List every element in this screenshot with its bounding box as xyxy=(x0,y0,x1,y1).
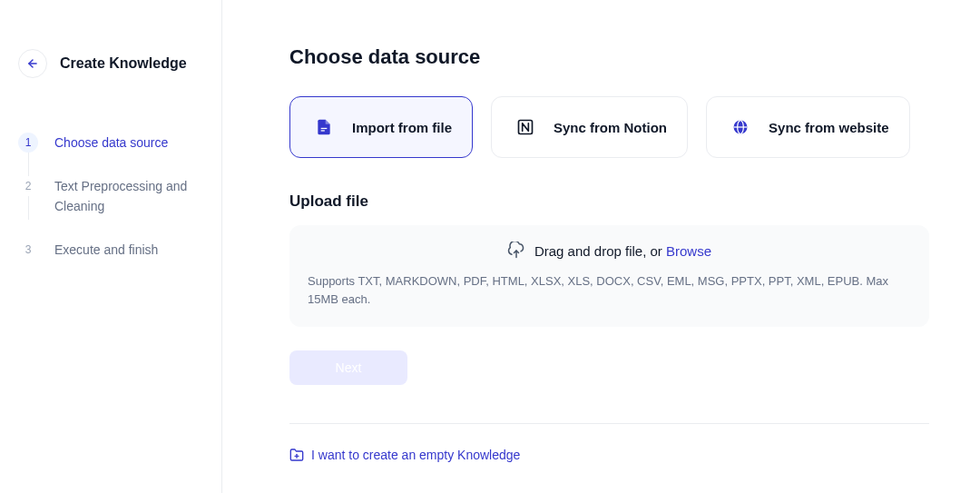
next-button[interactable]: Next xyxy=(289,350,407,385)
step-number: 3 xyxy=(18,240,38,260)
upload-cloud-icon xyxy=(507,242,525,260)
step-execute-finish[interactable]: 3 Execute and finish xyxy=(18,240,203,260)
step-connector xyxy=(28,153,29,176)
file-dropzone[interactable]: Drag and drop file, or Browse Supports T… xyxy=(289,225,929,327)
step-label: Choose data source xyxy=(54,133,168,153)
step-label: Execute and finish xyxy=(54,240,158,260)
arrow-left-icon xyxy=(26,57,39,70)
step-text-preprocessing[interactable]: 2 Text Preprocessing and Cleaning xyxy=(18,176,203,216)
dropzone-prompt: Drag and drop file, or Browse xyxy=(304,242,915,260)
step-number: 2 xyxy=(18,176,38,196)
source-label: Sync from Notion xyxy=(554,120,667,135)
notion-icon xyxy=(512,113,539,141)
create-empty-knowledge-link[interactable]: I want to create an empty Knowledge xyxy=(289,448,929,462)
svg-rect-1 xyxy=(321,128,328,129)
sidebar-title: Create Knowledge xyxy=(60,55,187,72)
source-label: Import from file xyxy=(352,120,452,135)
globe-icon xyxy=(727,113,754,141)
drop-text: Drag and drop file, or Browse xyxy=(534,243,711,259)
folder-plus-icon xyxy=(289,448,304,462)
steps-list: 1 Choose data source 2 Text Preprocessin… xyxy=(18,133,203,283)
divider xyxy=(289,423,929,424)
step-choose-data-source[interactable]: 1 Choose data source xyxy=(18,133,203,153)
svg-rect-2 xyxy=(321,130,325,131)
step-number: 1 xyxy=(18,133,38,153)
browse-link[interactable]: Browse xyxy=(666,243,711,259)
source-import-file[interactable]: Import from file xyxy=(289,96,473,158)
step-label: Text Preprocessing and Cleaning xyxy=(54,176,200,216)
supported-formats: Supports TXT, MARKDOWN, PDF, HTML, XLSX,… xyxy=(304,272,915,309)
source-sync-notion[interactable]: Sync from Notion xyxy=(491,96,688,158)
step-connector xyxy=(28,196,29,220)
back-button[interactable] xyxy=(18,49,47,78)
drop-prefix: Drag and drop file, or xyxy=(534,243,666,259)
source-sync-website[interactable]: Sync from website xyxy=(706,96,910,158)
sidebar-header: Create Knowledge xyxy=(18,49,203,78)
upload-section-title: Upload file xyxy=(289,192,929,211)
page-title: Choose data source xyxy=(289,45,929,69)
source-label: Sync from website xyxy=(769,120,889,135)
main-content: Choose data source Import from file Syn xyxy=(222,0,980,493)
data-source-options: Import from file Sync from Notion Sync f… xyxy=(289,96,929,158)
sidebar: Create Knowledge 1 Choose data source 2 … xyxy=(0,0,222,493)
file-icon xyxy=(310,113,338,141)
empty-knowledge-label: I want to create an empty Knowledge xyxy=(311,448,520,462)
